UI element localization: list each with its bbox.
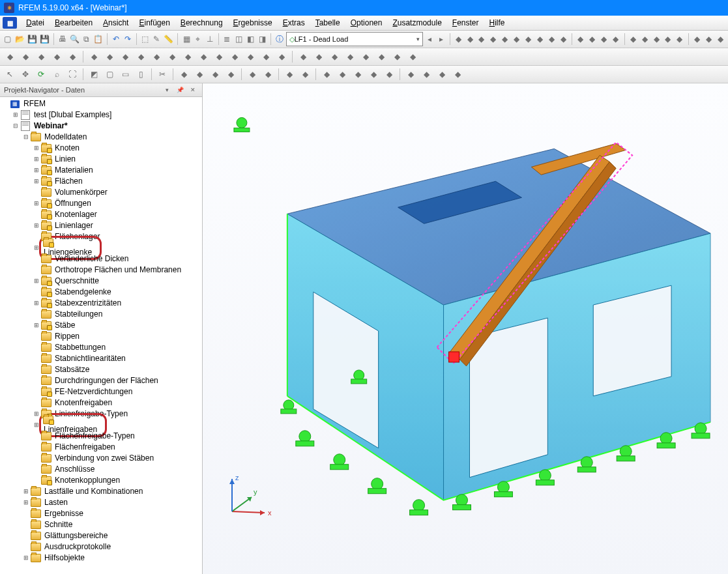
menu-ansicht[interactable]: Ansicht bbox=[98, 17, 134, 29]
tree-item[interactable]: Schnitte bbox=[1, 519, 202, 530]
tree-item[interactable]: Flächenfreigaben bbox=[1, 442, 202, 453]
menu-berechnung[interactable]: Berechnung bbox=[175, 17, 228, 29]
tree-item[interactable]: Orthotrope Flächen und Membranen bbox=[1, 265, 202, 276]
navigator-close-icon[interactable]: ✕ bbox=[188, 85, 198, 95]
tree-item[interactable]: ⊞Linien bbox=[1, 154, 202, 165]
toolbar-arr-l-button[interactable]: ◂ bbox=[424, 32, 435, 46]
toolbar-paste-button[interactable]: 📋 bbox=[93, 32, 104, 46]
toolbar-top-button[interactable]: ▢ bbox=[102, 67, 117, 81]
toolbar-t7-button[interactable]: ◆ bbox=[523, 32, 534, 46]
toolbar-ax4-button[interactable]: ◆ bbox=[450, 67, 465, 81]
navigator-menu-icon[interactable]: ▾ bbox=[162, 85, 172, 95]
toolbar-t10-button[interactable]: ◆ bbox=[558, 32, 568, 46]
menu-extras[interactable]: Extras bbox=[278, 17, 310, 29]
tree-item[interactable]: Knotenlager bbox=[1, 209, 202, 220]
toolbar-t21-button[interactable]: ◆ bbox=[703, 32, 714, 46]
toolbar-pan-button[interactable]: ✥ bbox=[18, 67, 33, 81]
toolbar-g-button[interactable]: ◆ bbox=[102, 50, 117, 64]
toolbar-t5-button[interactable]: ◆ bbox=[500, 32, 510, 46]
menu-zusatzmodule[interactable]: Zusatzmodule bbox=[387, 17, 446, 29]
toolbar-lay2-button[interactable]: ◆ bbox=[261, 67, 275, 81]
tree-item[interactable]: ⊞Linienfreigaben bbox=[1, 420, 202, 431]
toolbar-side-button[interactable]: ▯ bbox=[134, 67, 148, 81]
tree-item[interactable]: Stabteilungen bbox=[1, 309, 202, 320]
toolbar-d-button[interactable]: ◆ bbox=[50, 50, 64, 64]
tree-item[interactable]: Rippen bbox=[1, 331, 202, 342]
menu-ergebnisse[interactable]: Ergebnisse bbox=[228, 17, 278, 29]
toolbar-t22-button[interactable]: ◆ bbox=[715, 32, 725, 46]
toolbar-b-button[interactable]: ◆ bbox=[18, 50, 33, 64]
toolbar-view1-button[interactable]: ◆ bbox=[282, 67, 297, 81]
toolbar-t11-button[interactable]: ◆ bbox=[575, 32, 586, 46]
tree-item[interactable]: Stabbettungen bbox=[1, 342, 202, 353]
tree-item[interactable]: ⊞test [Dlubal Examples] bbox=[1, 109, 202, 121]
tree-item[interactable]: ⊞Lasten bbox=[1, 497, 202, 508]
tree-item[interactable]: ⊞Stäbe bbox=[1, 320, 202, 331]
tree-item[interactable]: ⊞Materialien bbox=[1, 165, 202, 176]
toolbar-cursor-button[interactable]: ↖ bbox=[3, 67, 17, 81]
toolbar-t15-button[interactable]: ◆ bbox=[628, 32, 638, 46]
toolbar-t2-button[interactable]: ◆ bbox=[465, 32, 475, 46]
tree-item[interactable]: ⊞Linienlager bbox=[1, 220, 202, 231]
toolbar-arr-r-button[interactable]: ▸ bbox=[436, 32, 446, 46]
toolbar-info-button[interactable]: ⓘ bbox=[274, 32, 285, 46]
tree-item[interactable]: Verbindung von zwei Stäben bbox=[1, 453, 202, 464]
toolbar-cut-button[interactable]: ✂ bbox=[155, 67, 169, 81]
tree-item[interactable]: ⊞Querschnitte bbox=[1, 276, 202, 287]
menu-bearbeiten[interactable]: Bearbeiten bbox=[50, 17, 98, 29]
toolbar-t1-button[interactable]: ◆ bbox=[453, 32, 463, 46]
tree-item[interactable]: Knotenkopplungen bbox=[1, 475, 202, 486]
toolbar-redo-button[interactable]: ↷ bbox=[123, 32, 133, 46]
tree-item[interactable]: ⊞Flächen bbox=[1, 176, 202, 187]
toolbar-c-button[interactable]: ◆ bbox=[34, 50, 48, 64]
toolbar-t6-button[interactable]: ◆ bbox=[512, 32, 522, 46]
toolbar-preview-button[interactable]: 🔍 bbox=[69, 32, 80, 46]
toolbar-l-button[interactable]: ◆ bbox=[181, 50, 195, 64]
tree-item[interactable]: Durchdringungen der Flächen bbox=[1, 375, 202, 386]
toolbar-undo-button[interactable]: ↶ bbox=[111, 32, 121, 46]
toolbar-orbit-button[interactable]: ⟳ bbox=[34, 67, 48, 81]
tree-item[interactable]: Stabnichtlinearitäten bbox=[1, 353, 202, 364]
toolbar-w-button[interactable]: ◆ bbox=[358, 50, 373, 64]
toolbar-v-button[interactable]: ◆ bbox=[343, 50, 357, 64]
toolbar-ren3-button[interactable]: ◆ bbox=[351, 67, 365, 81]
toolbar-ax3-button[interactable]: ◆ bbox=[435, 67, 449, 81]
toolbar-lay1-button[interactable]: ◆ bbox=[245, 67, 259, 81]
toolbar-open-button[interactable]: 📂 bbox=[14, 32, 25, 46]
toolbar-ortho-button[interactable]: ⊥ bbox=[205, 32, 215, 46]
toolbar-zoomall-button[interactable]: ⛶ bbox=[65, 67, 80, 81]
navigator-tree[interactable]: ▦RFEM⊞test [Dlubal Examples]⊟Webinar*⊟Mo… bbox=[0, 97, 202, 574]
toolbar-t4-button[interactable]: ◆ bbox=[488, 32, 499, 46]
toolbar-e-button[interactable]: ◆ bbox=[65, 50, 80, 64]
toolbar-grid-button[interactable]: ▦ bbox=[181, 32, 192, 46]
toolbar-t12-button[interactable]: ◆ bbox=[587, 32, 598, 46]
toolbar-ren4-button[interactable]: ◆ bbox=[366, 67, 381, 81]
toolbar-saveall-button[interactable]: 💾 bbox=[39, 32, 50, 46]
toolbar-i-button[interactable]: ◆ bbox=[134, 50, 148, 64]
toolbar-iso-button[interactable]: ◩ bbox=[87, 67, 101, 81]
toolbar-ax2-button[interactable]: ◆ bbox=[419, 67, 433, 81]
tree-item[interactable]: Veränderliche Dicken bbox=[1, 253, 202, 265]
toolbar-k-button[interactable]: ◆ bbox=[165, 50, 179, 64]
toolbar-win1-button[interactable]: ◧ bbox=[245, 32, 255, 46]
toolbar-t17-button[interactable]: ◆ bbox=[651, 32, 662, 46]
tree-item[interactable]: Ergebnisse bbox=[1, 508, 202, 519]
tree-item[interactable]: Knotenfreigaben bbox=[1, 397, 202, 409]
toolbar-t16-button[interactable]: ◆ bbox=[639, 32, 650, 46]
tree-item[interactable]: Stabendgelenke bbox=[1, 287, 202, 298]
toolbar-view2-button[interactable]: ◆ bbox=[298, 67, 312, 81]
tree-item[interactable]: Flächenlager bbox=[1, 231, 202, 242]
toolbar-zoomwin-button[interactable]: ⌕ bbox=[50, 67, 64, 81]
tree-item[interactable]: ⊟Webinar* bbox=[1, 121, 202, 132]
tree-item[interactable]: ⊞Lastfälle und Kombinationen bbox=[1, 486, 202, 497]
toolbar-copy-button[interactable]: ⧉ bbox=[81, 32, 92, 46]
tree-item[interactable]: Anschlüsse bbox=[1, 464, 202, 475]
menu-fenster[interactable]: Fenster bbox=[447, 17, 484, 29]
tree-item[interactable]: ⊞Öffnungen bbox=[1, 198, 202, 209]
toolbar-sec1-button[interactable]: ◆ bbox=[177, 67, 191, 81]
toolbar-u-button[interactable]: ◆ bbox=[327, 50, 342, 64]
toolbar-new-button[interactable]: ▢ bbox=[3, 32, 13, 46]
toolbar-t20-button[interactable]: ◆ bbox=[692, 32, 703, 46]
tree-item[interactable]: ⊞Liniengelenke bbox=[1, 242, 202, 253]
tree-item[interactable]: FE-Netzverdichtungen bbox=[1, 386, 202, 397]
